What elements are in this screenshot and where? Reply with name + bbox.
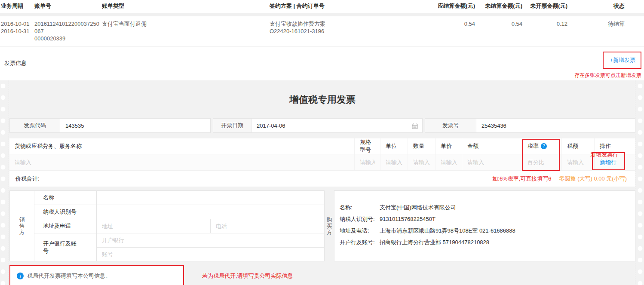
column-header-type: 账单类型 bbox=[102, 2, 270, 10]
add-invoice-annotation-box: +新增发票 bbox=[603, 52, 641, 69]
buyer-taxid-row: 纳税人识别号: 91310115768225450T bbox=[340, 215, 635, 223]
add-invoice-area: +新增发票 存在多张发票可点击新增发票 bbox=[574, 52, 641, 79]
notice-annotation-box: i 税局代开发票请填写本公司信息。 bbox=[9, 265, 184, 285]
invoice-form: 增值税专用发票 发票代码 开票日期 发票号 bbox=[0, 93, 644, 285]
invoice-meta-fields: 发票代码 开票日期 发票号 bbox=[9, 118, 635, 133]
invoice-code-cell bbox=[60, 118, 211, 133]
invoice-number-field[interactable] bbox=[476, 119, 635, 132]
invoice-form-panel: 增值税专用发票 发票代码 开票日期 发票号 bbox=[0, 80, 644, 285]
notice-warning-text: 若为税局代开,请填写贵公司实际信息 bbox=[202, 272, 293, 280]
amount-input[interactable] bbox=[467, 159, 517, 165]
invoice-info-bar: 发票信息 +新增发票 存在多张发票可点击新增发票 bbox=[0, 52, 644, 79]
seller-taxid-label: 纳税人识别号 bbox=[34, 205, 97, 219]
seller-bank-row: 开户银行及账号 bbox=[34, 233, 324, 261]
column-header-plan: 签约方案 | 合约订单号 bbox=[270, 2, 428, 10]
uninvoiced-amount-value: 0.12 bbox=[522, 20, 567, 42]
bill-period: 2016-10-01 2016-10-31 bbox=[1, 20, 34, 42]
seller-bank-label: 开户银行及账号 bbox=[34, 233, 97, 261]
form-title: 增值税专用发票 bbox=[9, 93, 635, 106]
seller-section: 销售方 名称 纳税人识别号 地址及电话 bbox=[9, 190, 325, 261]
seller-account-input[interactable] bbox=[97, 251, 324, 257]
invoice-date-field[interactable] bbox=[251, 119, 422, 132]
seller-taxid-row: 纳税人识别号 bbox=[34, 205, 324, 219]
add-invoice-row-link[interactable]: 新增发票行 bbox=[590, 151, 618, 159]
seller-taxid-input[interactable] bbox=[97, 209, 324, 215]
seller-bank-input[interactable] bbox=[97, 237, 324, 243]
column-header-spec: 规格型号 bbox=[354, 138, 380, 154]
goods-name-input[interactable] bbox=[15, 159, 349, 165]
calendar-icon[interactable] bbox=[412, 123, 418, 129]
invoice-date-label: 开票日期 bbox=[213, 118, 251, 133]
ticket-perforation-left bbox=[0, 80, 6, 285]
invoice-number-label: 发票号 bbox=[425, 118, 476, 133]
invoice-date-cell bbox=[251, 118, 423, 133]
table-row: 2016-10-01 2016-10-31 201611241012200037… bbox=[0, 16, 644, 46]
goods-table: 货物或应税劳务、服务名称 规格型号 单位 数量 单价 金额 税率 ? 税额 操作 bbox=[9, 138, 635, 187]
column-header-settle-amount: 应结算金额(元) bbox=[428, 2, 475, 10]
column-header-unsettled-amount: 未结算金额(元) bbox=[475, 2, 522, 10]
invoice-number-cell bbox=[476, 118, 635, 133]
seller-side-label: 销售方 bbox=[19, 216, 25, 236]
seller-address-input[interactable] bbox=[97, 223, 210, 230]
question-icon[interactable]: ? bbox=[541, 143, 547, 149]
seller-address-row: 地址及电话 bbox=[34, 219, 324, 233]
buyer-bank-row: 开户行及账号: 招商银行上海分行营业部 571904478210828 bbox=[340, 239, 635, 246]
spec-input[interactable] bbox=[360, 159, 375, 165]
column-header-unit: 单位 bbox=[380, 138, 408, 154]
invoice-code-label: 发票代码 bbox=[9, 118, 60, 133]
divider-line bbox=[0, 46, 644, 47]
price-input[interactable] bbox=[441, 159, 457, 165]
column-header-goods-name: 货物或应税劳务、服务名称 bbox=[9, 142, 354, 150]
column-header-price: 单价 bbox=[435, 138, 462, 154]
dashed-edge-right bbox=[635, 80, 635, 285]
bill-table: 业务周期 账单号 账单类型 签约方案 | 合约订单号 应结算金额(元) 未结算金… bbox=[0, 0, 644, 47]
seller-name-row: 名称 bbox=[34, 191, 324, 205]
invoice-page: 业务周期 账单号 账单类型 签约方案 | 合约订单号 应结算金额(元) 未结算金… bbox=[0, 0, 644, 285]
column-header-period: 业务周期 bbox=[1, 2, 34, 10]
seller-phone-input[interactable] bbox=[211, 223, 324, 230]
tax-input[interactable] bbox=[567, 159, 589, 165]
invoice-code-field[interactable] bbox=[60, 119, 210, 132]
unit-input[interactable] bbox=[386, 159, 402, 165]
buyer-section: 名称: 支付宝(中国)网络技术有限公司 纳税人识别号: 913101157682… bbox=[334, 190, 635, 261]
add-invoice-hint: 存在多张发票可点击新增发票 bbox=[574, 72, 641, 79]
goods-table-input-row: 新增行 bbox=[9, 154, 635, 170]
section-title-invoice-info: 发票信息 bbox=[4, 52, 27, 67]
column-header-status: 状态 bbox=[567, 2, 644, 10]
buyer-side-label: 购买方 bbox=[326, 216, 333, 236]
notice-section: i 税局代开发票请填写本公司信息。 若为税局代开,请填写贵公司实际信息 bbox=[9, 265, 635, 285]
seller-address-label: 地址及电话 bbox=[34, 219, 97, 233]
unsettled-amount-value: 0.54 bbox=[475, 20, 522, 42]
column-header-amount: 金额 bbox=[462, 138, 522, 154]
column-header-tax-rate: 税率 ? bbox=[522, 138, 561, 154]
bill-plan: 支付宝收款协作费方案 O22420-161021-3196 bbox=[270, 20, 428, 42]
notice-text: 税局代开发票请填写本公司信息。 bbox=[27, 272, 111, 280]
parties-section: 销售方 名称 纳税人识别号 地址及电话 bbox=[9, 190, 635, 261]
total-label: 价税合计: bbox=[9, 175, 46, 183]
seller-name-label: 名称 bbox=[34, 191, 97, 205]
tax-rate-hint: 如:6%税率,可直接填写6 bbox=[492, 175, 551, 183]
tax-rate-input[interactable] bbox=[527, 159, 556, 165]
dashed-edge-left bbox=[9, 80, 9, 285]
add-row-button[interactable]: 新增行 bbox=[600, 159, 616, 166]
total-amount-text: 零圆整 (大写) 0.00 元(小写) bbox=[556, 173, 630, 185]
add-invoice-button[interactable]: +新增发票 bbox=[610, 57, 635, 63]
buyer-name-row: 名称: 支付宝(中国)网络技术有限公司 bbox=[340, 204, 635, 211]
qty-input[interactable] bbox=[413, 159, 430, 165]
buyer-address-row: 地址及电话: 上海市浦东新区峨山路91弄98号108E室 021-6168688… bbox=[340, 227, 635, 234]
divider-band bbox=[0, 13, 644, 16]
goods-table-total-row: 价税合计: 如:6%税率,可直接填写6 零圆整 (大写) 0.00 元(小写) bbox=[9, 170, 635, 187]
seller-name-input[interactable] bbox=[97, 195, 324, 201]
goods-table-header: 货物或应税劳务、服务名称 规格型号 单位 数量 单价 金额 税率 ? 税额 操作 bbox=[9, 138, 635, 154]
bill-table-header: 业务周期 账单号 账单类型 签约方案 | 合约订单号 应结算金额(元) 未结算金… bbox=[0, 0, 644, 10]
bill-number: 201611241012200037250067 0000020339 bbox=[34, 20, 102, 42]
column-header-billno: 账单号 bbox=[34, 2, 102, 10]
status-badge: 待结算 bbox=[567, 20, 644, 42]
settle-amount-value: 0.54 bbox=[428, 20, 475, 42]
column-header-qty: 数量 bbox=[408, 138, 435, 154]
info-icon: i bbox=[17, 273, 24, 279]
column-header-uninvoiced-amount: 未开票金额(元) bbox=[522, 2, 567, 10]
column-header-tax: 税额 bbox=[561, 138, 594, 154]
ticket-perforation-right bbox=[637, 80, 643, 285]
bill-type: 支付宝当面付返佣 bbox=[102, 20, 270, 42]
